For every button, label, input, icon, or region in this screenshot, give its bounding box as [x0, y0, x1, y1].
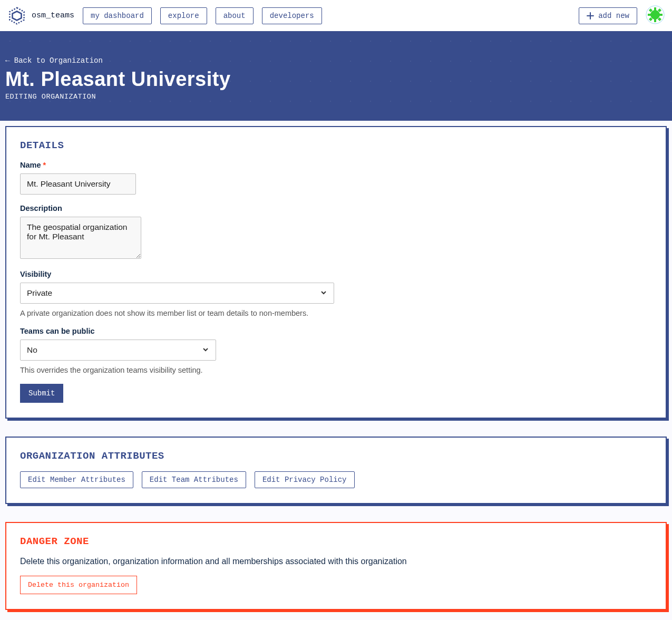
- danger-zone-heading: DANGER ZONE: [20, 536, 652, 547]
- edit-privacy-policy-button[interactable]: Edit Privacy Policy: [255, 471, 355, 488]
- page-title: Mt. Pleasant University: [5, 68, 667, 91]
- organization-attributes-panel: ORGANIZATION ATTRIBUTES Edit Member Attr…: [5, 437, 667, 504]
- svg-point-3: [650, 10, 660, 20]
- teams-public-value: No: [27, 345, 37, 355]
- svg-marker-1: [13, 11, 22, 20]
- danger-zone-text: Delete this organization, organization i…: [20, 557, 652, 566]
- visibility-field: Visibility Private A private organizatio…: [20, 270, 389, 317]
- brand-text: osm_teams: [32, 11, 74, 20]
- back-to-organization-link[interactable]: ← Back to Organization: [5, 56, 103, 65]
- nav-item-developers[interactable]: developers: [262, 7, 322, 24]
- brand-link[interactable]: osm_teams: [7, 6, 74, 25]
- svg-rect-6: [648, 14, 651, 16]
- nav-item-about[interactable]: about: [216, 7, 254, 24]
- brand-logo-icon: [7, 6, 26, 25]
- svg-rect-5: [654, 19, 656, 22]
- add-new-button[interactable]: add new: [579, 7, 637, 24]
- description-textarea[interactable]: [20, 217, 141, 259]
- description-label: Description: [20, 204, 336, 212]
- delete-organization-button[interactable]: Delete this organization: [20, 576, 137, 594]
- description-field: Description: [20, 204, 336, 260]
- details-heading: DETAILS: [20, 140, 652, 151]
- top-nav: osm_teams my dashboard explore about dev…: [0, 0, 672, 31]
- name-field: Name: [20, 161, 336, 195]
- name-label: Name: [20, 161, 336, 169]
- submit-button[interactable]: Submit: [20, 384, 63, 403]
- nav-item-my-dashboard[interactable]: my dashboard: [83, 7, 152, 24]
- svg-rect-7: [659, 14, 663, 16]
- plus-icon: [587, 12, 594, 20]
- visibility-hint: A private organization does not show its…: [20, 309, 389, 317]
- edit-member-attributes-button[interactable]: Edit Member Attributes: [20, 471, 133, 488]
- page-header: ← Back to Organization Mt. Pleasant Univ…: [0, 31, 672, 121]
- teams-public-hint: This overrides the organization teams vi…: [20, 366, 336, 374]
- visibility-select[interactable]: Private: [20, 283, 334, 304]
- organization-attributes-heading: ORGANIZATION ATTRIBUTES: [20, 450, 652, 462]
- teams-public-label: Teams can be public: [20, 327, 336, 335]
- edit-team-attributes-button[interactable]: Edit Team Attributes: [142, 471, 246, 488]
- teams-public-select[interactable]: No: [20, 340, 216, 361]
- visibility-label: Visibility: [20, 270, 389, 278]
- teams-public-field: Teams can be public No This overrides th…: [20, 327, 336, 374]
- chevron-down-icon: [320, 289, 327, 298]
- details-panel: DETAILS Name Description Visibility Priv…: [5, 126, 667, 419]
- chevron-down-icon: [202, 346, 209, 355]
- danger-zone-panel: DANGER ZONE Delete this organization, or…: [5, 522, 667, 610]
- name-input[interactable]: [20, 173, 136, 195]
- add-new-label: add new: [598, 12, 629, 20]
- svg-rect-4: [654, 7, 656, 11]
- nav-item-explore[interactable]: explore: [160, 7, 207, 24]
- avatar[interactable]: [646, 5, 665, 26]
- visibility-value: Private: [27, 288, 52, 298]
- page-subtitle: EDITING ORGANIZATION: [5, 93, 667, 101]
